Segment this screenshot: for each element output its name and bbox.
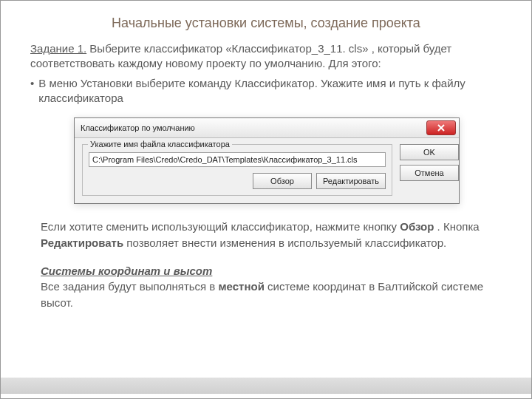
dialog-titlebar: Классификатор по умолчанию [75, 118, 459, 138]
section-title: Системы координат и высот [41, 265, 212, 277]
ok-button[interactable]: OK [400, 144, 459, 160]
task-text: Выберите классификатор «Классификатор_3_… [30, 42, 451, 69]
dialog-right: OK Отмена [392, 144, 451, 196]
descr1-e: позволяет внести изменения в используемы… [123, 236, 446, 249]
sec-a: Все задания будут выполняться в [41, 280, 219, 293]
descr1-c: . Кнопка [434, 220, 479, 233]
close-button[interactable] [426, 120, 456, 135]
task-label: Задание 1. [30, 42, 86, 55]
classifier-dialog: Классификатор по умолчанию Укажите имя ф… [74, 117, 460, 204]
browse-button[interactable]: Обзор [253, 173, 312, 189]
descr1-a: Если хотите сменить использующий классиф… [41, 220, 400, 233]
classifier-path-input[interactable] [89, 152, 386, 167]
footer-stripe [1, 378, 531, 394]
dialog-body: Укажите имя файла классификатора Обзор Р… [75, 138, 459, 203]
bullet-row: • В меню Установки выберите команду Клас… [30, 76, 502, 106]
dialog-wrap: Классификатор по умолчанию Укажите имя ф… [74, 117, 458, 204]
close-icon [437, 124, 445, 132]
cancel-button[interactable]: Отмена [400, 165, 459, 181]
bullet-text: В меню Установки выберите команду Класси… [38, 76, 502, 106]
description-2: Системы координат и высот Все задания бу… [30, 263, 502, 311]
dialog-title-text: Классификатор по умолчанию [81, 123, 195, 132]
descr1-d: Редактировать [41, 236, 123, 249]
task-paragraph: Задание 1. Выберите классификатор «Класс… [30, 41, 502, 72]
slide: Начальные установки системы, создание пр… [0, 0, 532, 399]
edit-button[interactable]: Редактировать [316, 173, 386, 189]
dialog-button-row: Обзор Редактировать [89, 173, 386, 189]
sec-b: местной [219, 280, 265, 293]
filename-groupbox: Укажите имя файла классификатора Обзор Р… [82, 144, 392, 196]
page-title: Начальные установки системы, создание пр… [30, 16, 502, 31]
descr1-b: Обзор [400, 220, 434, 233]
dialog-left: Укажите имя файла классификатора Обзор Р… [82, 144, 392, 196]
bullet-marker: • [30, 76, 34, 91]
group-legend: Укажите имя файла классификатора [88, 140, 232, 149]
description-1: Если хотите сменить использующий классиф… [30, 219, 502, 251]
